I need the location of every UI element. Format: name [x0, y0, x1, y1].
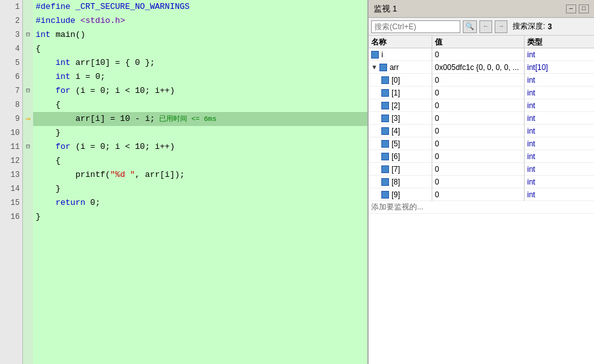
- watch-row[interactable]: ▼arr0x005dfc1c {0, 0, 0, 0, ...int[10]: [369, 61, 594, 74]
- watch-row[interactable]: [7]0int: [369, 163, 594, 176]
- normal-token: (i = 0; i < 10; i++): [71, 140, 175, 154]
- normal-token: main(): [50, 28, 85, 42]
- add-watch[interactable]: 添加要监视的...: [369, 201, 594, 214]
- collapse-icon[interactable]: ⊟: [26, 28, 30, 42]
- line-number: 8: [7, 98, 20, 112]
- watch-value: 0: [432, 125, 525, 137]
- search-input[interactable]: [371, 20, 460, 33]
- code-line: }: [33, 210, 367, 224]
- cube-icon: [381, 153, 389, 160]
- kw-token: for: [55, 84, 70, 98]
- gutter-item: [23, 182, 33, 196]
- cube-icon: [381, 127, 389, 135]
- col-header-type: 类型: [525, 36, 594, 48]
- gutter-item: [23, 98, 33, 112]
- watch-row[interactable]: [8]0int: [369, 176, 594, 188]
- watch-value: 0: [432, 163, 525, 176]
- watch-name: [2]: [369, 99, 432, 112]
- line-number: 9: [7, 112, 20, 126]
- line-number: 16: [7, 210, 20, 224]
- code-line: {: [33, 154, 367, 168]
- variable-name: [9]: [392, 188, 400, 201]
- code-line: }: [33, 182, 367, 196]
- variable-name: [5]: [392, 137, 400, 150]
- next-button[interactable]: →: [495, 20, 507, 33]
- code-lines: #define _CRT_SECURE_NO_WARNINGS#include …: [33, 0, 367, 364]
- watch-row[interactable]: [2]0int: [369, 99, 594, 112]
- watch-value: 0: [432, 176, 525, 188]
- gutter-item: [23, 196, 33, 210]
- normal-token: }: [36, 126, 60, 140]
- code-line: return 0;: [33, 196, 367, 210]
- cube-icon: [381, 115, 389, 122]
- gutter-item: [23, 56, 33, 70]
- kw-token: return: [55, 196, 85, 210]
- code-line: int main(): [33, 28, 367, 42]
- watch-row[interactable]: [5]0int: [369, 137, 594, 150]
- collapse-icon[interactable]: ⊟: [26, 140, 30, 154]
- watch-table: 名称 值 类型 i0int▼arr0x005dfc1c {0, 0, 0, 0,…: [369, 36, 594, 364]
- gutter-item: [23, 42, 33, 56]
- string-token: "%d ": [110, 168, 135, 182]
- kw-token: for: [55, 140, 70, 154]
- watch-type: int: [525, 163, 594, 176]
- search-depth-value: 3: [548, 22, 552, 31]
- variable-name: arr: [390, 61, 399, 74]
- code-line: for (i = 0; i < 10; i++): [33, 84, 367, 98]
- expand-arrow-icon[interactable]: ▼: [371, 61, 378, 74]
- line-number: 6: [7, 70, 20, 84]
- collapse-icon[interactable]: ⊟: [26, 84, 30, 98]
- normal-token: i = 0;: [71, 70, 106, 84]
- watch-name: [5]: [369, 137, 432, 150]
- watch-type: int: [525, 188, 594, 201]
- cube-icon: [381, 140, 389, 148]
- code-line: {: [33, 42, 367, 56]
- watch-row[interactable]: [0]0int: [369, 74, 594, 87]
- kw-token: int: [36, 28, 50, 42]
- gutter-item: [23, 168, 33, 182]
- watch-value: 0: [432, 188, 525, 201]
- watch-row[interactable]: [6]0int: [369, 150, 594, 163]
- kw-token: int: [55, 70, 70, 84]
- watch-title: 监视 1: [374, 3, 397, 15]
- watch-type: int: [525, 74, 594, 87]
- code-line: #include <stdio.h>: [33, 14, 367, 28]
- watch-col-header: 名称 值 类型: [369, 36, 594, 48]
- variable-name: i: [381, 48, 383, 61]
- code-line: }: [33, 126, 367, 140]
- watch-name: [1]: [369, 87, 432, 99]
- watch-value: 0: [432, 150, 525, 163]
- minimize-button[interactable]: ─: [566, 4, 576, 13]
- search-button[interactable]: 🔍: [463, 20, 477, 33]
- search-depth-label: 搜索深度:: [513, 21, 545, 32]
- close-button[interactable]: □: [579, 4, 589, 13]
- col-header-name: 名称: [369, 36, 432, 48]
- variable-name: [0]: [392, 74, 400, 87]
- normal-token: , arr[i]);: [135, 168, 185, 182]
- normal-token: {: [36, 154, 60, 168]
- normal-token: {: [36, 42, 41, 56]
- watch-row[interactable]: [9]0int: [369, 188, 594, 201]
- watch-type: int: [525, 125, 594, 137]
- watch-row[interactable]: [3]0int: [369, 112, 594, 125]
- normal-token: (: [105, 168, 110, 182]
- prev-button[interactable]: ←: [479, 20, 492, 33]
- code-area: 12345678910111213141516 ⊟⊟⇒⊟ #define _CR…: [0, 0, 367, 364]
- normal-token: [36, 196, 55, 210]
- code-line: int arr[10] = { 0 };: [33, 56, 367, 70]
- watch-row[interactable]: [1]0int: [369, 87, 594, 99]
- line-number: 1: [7, 0, 20, 14]
- gutter-item: [23, 210, 33, 224]
- normal-token: [36, 140, 55, 154]
- code-line: {: [33, 98, 367, 112]
- line-number: 3: [7, 28, 20, 42]
- watch-name: i: [369, 48, 432, 61]
- line-number: 5: [7, 56, 20, 70]
- line-number: 7: [7, 84, 20, 98]
- cube-icon: [381, 178, 389, 186]
- watch-row[interactable]: i0int: [369, 48, 594, 61]
- watch-row[interactable]: [4]0int: [369, 125, 594, 137]
- cube-icon: [381, 165, 389, 173]
- watch-panel: 监视 1 ─ □ 🔍 ← → 搜索深度: 3 名称 值 类型 i0int▼arr…: [368, 0, 594, 364]
- watch-value: 0: [432, 74, 525, 87]
